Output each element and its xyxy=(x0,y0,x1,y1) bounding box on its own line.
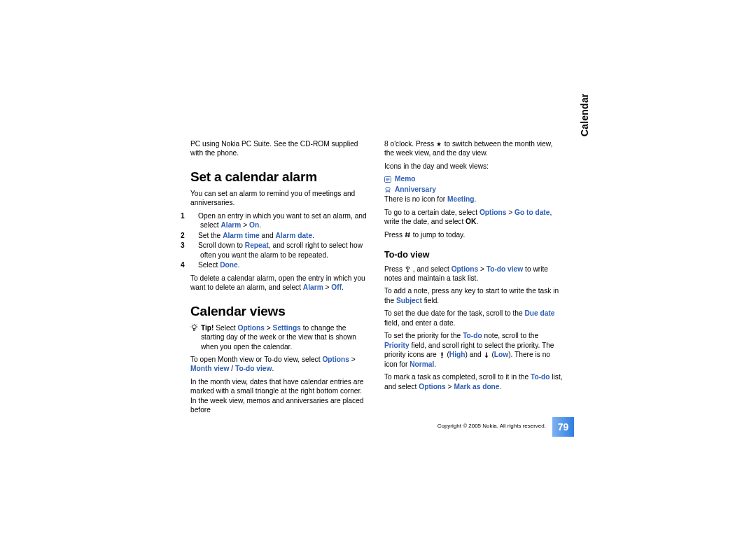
todo-mark-done: To mark a task as completed, scroll to i… xyxy=(384,372,563,391)
memo-label: Memo xyxy=(395,174,415,183)
svg-rect-20 xyxy=(441,353,442,356)
heading-todo-view: To-do view xyxy=(384,249,563,261)
copyright-text: Copyright © 2005 Nokia. All rights reser… xyxy=(378,423,546,429)
heading-set-alarm: Set a calendar alarm xyxy=(190,168,369,185)
svg-line-13 xyxy=(406,232,407,237)
go-to-date-text: To go to a certain date, select Options … xyxy=(384,208,563,227)
step-4: 4Select Done. xyxy=(190,260,369,269)
alarm-intro: You can set an alarm to remind you of me… xyxy=(190,189,369,208)
svg-point-12 xyxy=(386,188,390,190)
continuation-text: PC using Nokia PC Suite. See the CD-ROM … xyxy=(190,139,369,158)
memo-icon xyxy=(384,176,391,183)
step-2: 2Set the Alarm time and Alarm date. xyxy=(190,231,369,240)
todo-due-date: To set the due date for the task, scroll… xyxy=(384,309,563,328)
alarm-steps: 1Open an entry in which you want to set … xyxy=(190,211,369,270)
svg-point-0 xyxy=(192,325,197,329)
priority-high-icon xyxy=(439,352,445,358)
todo-press-text: Press , and select Options > To-do view … xyxy=(384,265,563,283)
priority-low-icon xyxy=(484,352,490,358)
star-key-icon xyxy=(436,141,442,148)
open-view-text: To open Month view or To-do view, select… xyxy=(190,355,369,374)
side-tab-label: Calendar xyxy=(579,93,590,136)
step-3: 3Scroll down to Repeat, and scroll right… xyxy=(190,241,369,260)
step-1: 1Open an entry in which you want to set … xyxy=(190,211,369,230)
heading-calendar-views: Calendar views xyxy=(190,302,369,320)
left-column: PC using Nokia PC Suite. See the CD-ROM … xyxy=(190,136,369,419)
svg-marker-23 xyxy=(485,356,489,358)
press-hash-text: Press to jump to today. xyxy=(384,230,563,239)
svg-point-17 xyxy=(407,268,408,269)
eight-oclock-text: 8 o'clock. Press to switch between the m… xyxy=(384,139,563,158)
hash-key-icon xyxy=(405,232,411,238)
no-icon-meeting: There is no icon for Meeting. xyxy=(384,195,563,204)
svg-line-5 xyxy=(197,324,197,325)
todo-priority: To set the priority for the To-do note, … xyxy=(384,331,563,369)
svg-line-4 xyxy=(192,324,192,325)
anniv-icon-row: Anniversary xyxy=(384,185,563,194)
delete-alarm-text: To delete a calendar alarm, open the ent… xyxy=(190,274,369,293)
tip-block: Tip! Select Options > Settings to change… xyxy=(190,323,369,351)
tip-icon xyxy=(190,323,198,351)
todo-add-note: To add a note, press any key to start to… xyxy=(384,286,563,305)
right-column: 8 o'clock. Press to switch between the m… xyxy=(384,136,563,419)
page-number: 79 xyxy=(552,417,574,437)
document-page: PC using Nokia PC Suite. See the CD-ROM … xyxy=(190,136,565,419)
menu-key-icon xyxy=(405,266,411,272)
month-view-note: In the month view, dates that have calen… xyxy=(190,377,369,415)
anniversary-icon xyxy=(384,186,391,192)
icons-intro: Icons in the day and week views: xyxy=(384,162,563,171)
svg-line-14 xyxy=(408,232,409,237)
anniv-label: Anniversary xyxy=(395,185,436,194)
memo-icon-row: Memo xyxy=(384,174,563,183)
svg-marker-7 xyxy=(437,142,442,146)
svg-point-21 xyxy=(441,356,442,358)
tip-text: Tip! Select Options > Settings to change… xyxy=(201,323,369,351)
